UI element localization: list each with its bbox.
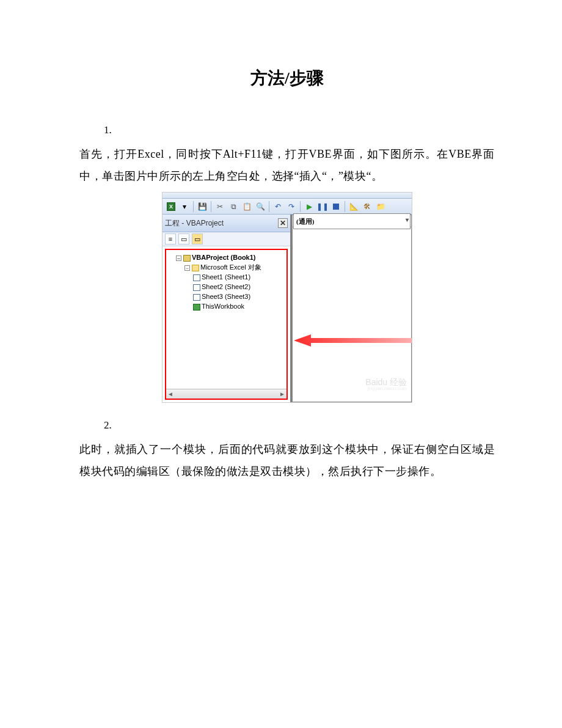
vbe-main-row: 工程 - VBAProject ✕ ≡ ▭ ▭ −VBAProject (Boo… [162, 215, 412, 402]
step-2-number: 2. [104, 415, 495, 436]
object-dropdown[interactable]: (通用) [293, 213, 411, 229]
vbe-screenshot: X ▾ 💾 ✂ ⧉ 📋 🔍 ↶ ↷ ▶ ❚❚ 📐 🛠 📁 [162, 192, 412, 403]
cut-icon[interactable]: ✂ [214, 200, 226, 213]
vbe-toolbar: X ▾ 💾 ✂ ⧉ 📋 🔍 ↶ ↷ ▶ ❚❚ 📐 🛠 📁 [162, 199, 412, 215]
find-icon[interactable]: 🔍 [254, 200, 266, 213]
toolbar-separator [193, 201, 194, 212]
tree-item[interactable]: Sheet1 (Sheet1) [202, 273, 250, 281]
view-code-icon[interactable]: ≡ [165, 233, 176, 245]
project-tree[interactable]: −VBAProject (Book1) −Microsoft Excel 对象 … [166, 250, 286, 312]
tree-item[interactable]: ThisWorkbook [202, 303, 244, 310]
screenshot-1-wrap: X ▾ 💾 ✂ ⧉ 📋 🔍 ↶ ↷ ▶ ❚❚ 📐 🛠 📁 [79, 192, 495, 403]
close-icon[interactable]: ✕ [278, 218, 288, 228]
toolbar-separator [300, 201, 301, 212]
toolbar-separator [269, 201, 269, 212]
sheet-icon [193, 294, 200, 301]
toolbar-separator [211, 201, 211, 212]
folder-icon [192, 265, 199, 271]
page-title: 方法/步骤 [79, 61, 495, 95]
watermark-sub: jingyan.baidu.com [365, 386, 407, 391]
toolbox-icon[interactable]: 🛠 [361, 200, 373, 213]
step-1-text: 首先，打开Excel，同时按下Alt+F11键，打开VBE界面，如下图所示。在V… [79, 143, 495, 187]
run-icon[interactable]: ▶ [303, 200, 315, 213]
collapse-icon[interactable]: − [184, 265, 190, 271]
redo-icon[interactable]: ↷ [285, 200, 297, 213]
paste-icon[interactable]: 📋 [241, 200, 253, 213]
collapse-icon[interactable]: − [176, 256, 181, 261]
code-window[interactable]: (通用) [292, 215, 412, 402]
watermark: Baidu 经验 jingyan.baidu.com [365, 378, 407, 391]
workbook-icon [193, 304, 200, 311]
project-explorer-title-bar: 工程 - VBAProject ✕ [162, 215, 290, 232]
save-icon[interactable]: 💾 [196, 200, 208, 213]
tree-root[interactable]: VBAProject (Book1) [192, 254, 256, 261]
code-area: (通用) Baidu 经验 jingyan.baidu.com [291, 215, 412, 402]
document-page: 方法/步骤 1. 首先，打开Excel，同时按下Alt+F11键，打开VBE界面… [0, 0, 562, 509]
reset-icon[interactable] [330, 200, 342, 213]
design-mode-icon[interactable]: 📐 [348, 200, 360, 213]
toggle-folders-icon[interactable]: ▭ [192, 233, 203, 245]
insert-dropdown-icon[interactable]: ▾ [178, 200, 191, 213]
copy-icon[interactable]: ⧉ [227, 200, 239, 213]
undo-icon[interactable]: ↶ [272, 200, 284, 213]
project-tree-highlight-box: −VBAProject (Book1) −Microsoft Excel 对象 … [165, 249, 288, 400]
project-explorer-icon[interactable]: 📁 [374, 200, 387, 213]
tree-item[interactable]: Sheet3 (Sheet3) [202, 293, 250, 300]
toolbar-separator [345, 201, 345, 212]
tree-group[interactable]: Microsoft Excel 对象 [200, 263, 261, 271]
project-icon [183, 255, 191, 262]
project-explorer-pane: 工程 - VBAProject ✕ ≡ ▭ ▭ −VBAProject (Boo… [162, 215, 291, 402]
tree-item[interactable]: Sheet2 (Sheet2) [202, 283, 250, 290]
sheet-icon [193, 274, 200, 281]
sheet-icon [193, 284, 200, 291]
project-explorer-toolbar: ≡ ▭ ▭ [162, 232, 290, 246]
excel-icon[interactable]: X [165, 200, 177, 213]
horizontal-scrollbar[interactable]: ◄► [166, 389, 286, 399]
watermark-main: Baidu 经验 [365, 378, 407, 386]
break-icon[interactable]: ❚❚ [316, 200, 329, 213]
step-2-text: 此时，就插入了一个模块，后面的代码就要放到这个模块中，保证右侧空白区域是模块代码… [79, 438, 495, 482]
vbe-menubar [162, 193, 412, 199]
code-combo-bar: (通用) [293, 215, 411, 227]
view-object-icon[interactable]: ▭ [178, 233, 189, 245]
step-1-number: 1. [104, 120, 495, 141]
project-explorer-title: 工程 - VBAProject [165, 216, 224, 230]
